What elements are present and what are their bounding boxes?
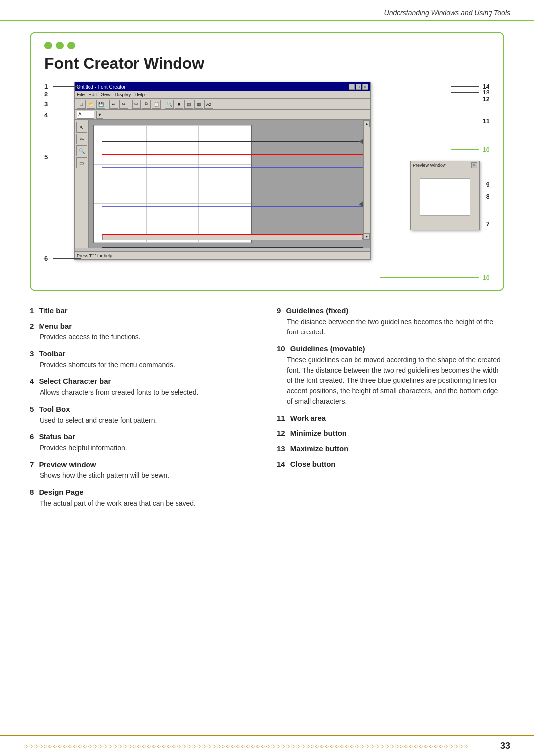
desc-num-7: 7	[30, 460, 34, 469]
desc-col-right: 9 Guidelines (fixed) The distance betwee…	[277, 306, 504, 516]
desc-item-11: 11 Work area	[277, 414, 504, 422]
desc-body-2: Provides access to the functions.	[40, 332, 257, 342]
desc-item-8: 8 Design Page The actual part of the wor…	[30, 488, 257, 509]
desc-item-10: 10 Guidelines (movable) These guidelines…	[277, 344, 504, 407]
win-hscroll	[102, 235, 362, 240]
desc-col-left: 1 Title bar 2 Menu bar Provides access t…	[30, 306, 257, 516]
win-minimize-icon: _	[349, 84, 355, 90]
desc-num-1: 1	[30, 306, 34, 315]
callout-num-9: 9	[479, 181, 490, 188]
win-close-icon: ×	[362, 84, 368, 90]
char-arrow: ▼	[96, 111, 103, 119]
desc-title-3: Toolbar	[39, 349, 66, 358]
tb-open: 📂	[87, 100, 95, 109]
cell-4	[94, 164, 146, 203]
main-content: Font Creator Window Untitled - Font Crea…	[0, 32, 534, 535]
callout-num-2: 2	[44, 91, 53, 98]
tb-b4: Az	[204, 100, 213, 109]
tool-select: ↖	[76, 122, 87, 133]
menu-help: Help	[135, 92, 145, 97]
page-header: Understanding Windows and Using Tools	[0, 0, 534, 21]
win-titlebar: Untitled - Font Creator _ □ ×	[75, 82, 370, 91]
desc-title-2: Menu bar	[39, 322, 72, 330]
callout-13: 13	[451, 89, 490, 96]
cell-6	[199, 164, 251, 203]
desc-body-3: Provides shortcuts for the menu commands…	[40, 360, 257, 370]
desc-num-5: 5	[30, 405, 34, 413]
win-charbar: A ▼	[75, 110, 370, 120]
desc-num-4: 4	[30, 377, 34, 385]
desc-item-14: 14 Close button	[277, 460, 504, 468]
desc-body-4: Allows characters from created fonts to …	[40, 387, 257, 398]
callout-num-10-top: 10	[479, 146, 490, 153]
callout-10-top: 10	[451, 146, 490, 153]
callout-11: 11	[451, 117, 490, 125]
desc-item-5: 5 Tool Box Used to select and create fon…	[30, 405, 257, 425]
scroll-down: ▼	[364, 233, 370, 240]
callout-10-bottom: 10	[380, 274, 490, 281]
callout-12: 12	[451, 95, 490, 103]
tb-save: 💾	[96, 100, 105, 109]
desc-title-1: Title bar	[39, 306, 68, 315]
descriptions: 1 Title bar 2 Menu bar Provides access t…	[30, 306, 504, 516]
tb-redo: ↪	[119, 100, 128, 109]
desc-title-13: Maximize button	[290, 444, 349, 453]
callout-num-4: 4	[44, 111, 53, 119]
triangle-marker-mid	[359, 201, 363, 207]
tb-cut: ✂	[132, 100, 141, 109]
status-text: Press 'F1' for help	[77, 253, 112, 258]
tb-paste: 📋	[152, 100, 161, 109]
desc-title-14: Close button	[290, 460, 336, 468]
guideline-blue-2	[102, 206, 363, 207]
desc-num-12: 12	[277, 429, 285, 437]
desc-title-10: Guidelines (movable)	[290, 344, 365, 353]
tb-copy: ⧉	[142, 100, 151, 109]
dot-2	[56, 42, 64, 49]
desc-title-7: Preview window	[39, 460, 96, 469]
win-menubar: File Edit Sew Display Help	[75, 91, 370, 99]
dot-1	[44, 42, 52, 49]
design-page	[93, 125, 252, 243]
callout-num-1: 1	[44, 83, 53, 90]
callout-num-5: 5	[44, 153, 53, 161]
guideline-fixed-top	[102, 141, 363, 142]
win-vscroll: ▲ ▼	[363, 120, 370, 240]
menu-sew: Sew	[101, 92, 110, 97]
desc-body-6: Provides helpful information.	[40, 443, 257, 453]
desc-title-9: Guidelines (fixed)	[286, 306, 349, 315]
desc-title-5: Tool Box	[39, 405, 70, 413]
preview-window: Preview Window ×	[410, 161, 480, 230]
cell-2	[146, 125, 199, 164]
tb-b3: ▦	[194, 100, 203, 109]
win-statusbar: Press 'F1' for help	[75, 251, 370, 259]
scroll-up: ▲	[364, 120, 370, 127]
win-title-text: Untitled - Font Creator	[77, 84, 126, 90]
menu-display: Display	[115, 92, 131, 97]
cell-3	[199, 125, 251, 164]
callout-5: 5	[44, 153, 81, 161]
desc-item-7: 7 Preview window Shows how the stitch pa…	[30, 460, 257, 481]
desc-num-3: 3	[30, 349, 34, 358]
desc-body-9: The distance between the two guidelines …	[287, 317, 504, 337]
callout-num-3: 3	[44, 100, 53, 108]
desc-title-8: Design Page	[39, 488, 84, 496]
callout-2: 2	[44, 91, 81, 98]
preview-titlebar: Preview Window ×	[411, 161, 479, 169]
guideline-movable-red-1	[102, 154, 363, 155]
page-footer: ◇◇◇◇◇◇◇◇◇◇◇◇◇◇◇◇◇◇◇◇◇◇◇◇◇◇◇◇◇◇◇◇◇◇◇◇◇◇◇◇…	[0, 735, 534, 756]
win-toolbox: ↖ ✏ 🔍 ▭	[75, 120, 89, 248]
desc-body-5: Used to select and create font pattern.	[40, 415, 257, 425]
win-canvas: ▲ ▼	[89, 120, 370, 248]
header-subtitle: Understanding Windows and Using Tools	[384, 9, 510, 17]
win-toolbar: □ 📂 💾 ↩ ↪ ✂ ⧉ 📋 🔍 ■ ▤ ▦ Az	[75, 99, 370, 110]
desc-num-6: 6	[30, 432, 34, 441]
desc-item-9: 9 Guidelines (fixed) The distance betwee…	[277, 306, 504, 337]
desc-body-10: These guidelines can be moved according …	[287, 355, 504, 407]
tb-b1: ■	[175, 100, 183, 109]
callout-num-7: 7	[479, 220, 490, 228]
page-number: 33	[500, 741, 510, 751]
callout-num-13: 13	[479, 89, 490, 96]
desc-item-4: 4 Select Character bar Allows characters…	[30, 377, 257, 398]
desc-item-13: 13 Maximize button	[277, 444, 504, 453]
win-maximize-icon: □	[356, 84, 361, 90]
